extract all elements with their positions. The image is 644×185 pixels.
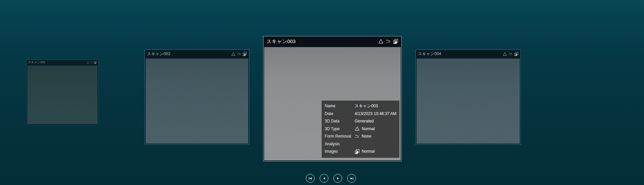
- form-removal-icon: [386, 39, 391, 44]
- 3d-type-triangle-icon: [231, 52, 236, 56]
- card-titlebar: スキャン004: [416, 50, 521, 58]
- info-label: Date: [325, 111, 355, 116]
- previous-button[interactable]: [320, 174, 328, 183]
- images-icon: [243, 52, 247, 56]
- triangle-icon: [355, 126, 360, 131]
- scan-thumbnail: [27, 66, 98, 124]
- info-value: None: [355, 134, 371, 139]
- info-label: 3D Type: [325, 126, 355, 131]
- scan-card-001[interactable]: スキャン001: [26, 60, 99, 125]
- 3d-type-triangle-icon: [86, 61, 90, 64]
- info-value: Normal: [355, 126, 375, 131]
- card-status-icons: [503, 52, 518, 56]
- card-status-icons: [231, 52, 247, 56]
- skip-to-first-button[interactable]: [306, 174, 315, 183]
- card-status-icons: [378, 39, 398, 44]
- form-removal-icon: [90, 61, 93, 64]
- info-label: Images: [325, 149, 355, 154]
- skip-to-last-icon: [350, 176, 354, 181]
- card-titlebar: スキャン001: [27, 60, 98, 65]
- info-row-3d-type: 3D Type Normal: [325, 125, 399, 133]
- scan-thumbnail: [146, 59, 248, 144]
- images-icon: [355, 149, 360, 154]
- card-title: スキャン001: [28, 60, 45, 65]
- card-title: スキャン002: [147, 51, 170, 57]
- info-row-form-removal: Form Removal None: [325, 133, 399, 140]
- scan-info-panel: Name スキャン003 Date 4/13/2023 10:46:37 AM …: [322, 101, 399, 158]
- next-button[interactable]: [333, 174, 342, 183]
- info-value: Generated: [355, 119, 374, 123]
- scan-carousel: スキャン001 スキャン002: [0, 0, 644, 185]
- next-icon: [336, 176, 340, 181]
- card-title: スキャン003: [266, 38, 295, 45]
- scan-thumbnail: [417, 59, 520, 144]
- info-label: Form Removal: [325, 134, 355, 139]
- card-titlebar: スキャン003: [263, 36, 401, 46]
- card-titlebar: スキャン002: [145, 50, 249, 58]
- info-row-3d-data: 3D Data Generated: [325, 117, 399, 125]
- form-removal-icon: [237, 52, 241, 56]
- card-status-icons: [86, 61, 97, 64]
- info-label: Name: [325, 104, 355, 108]
- images-icon: [514, 52, 518, 56]
- scan-card-003-focused[interactable]: スキャン003 Name スキャン003: [263, 36, 402, 161]
- 3d-type-triangle-icon: [378, 39, 384, 44]
- skip-to-first-icon: [308, 176, 313, 181]
- info-row-date: Date 4/13/2023 10:46:37 AM: [325, 110, 399, 118]
- form-removal-icon: [508, 52, 513, 56]
- info-value: Normal: [355, 149, 375, 154]
- scan-thumbnail: Name スキャン003 Date 4/13/2023 10:46:37 AM …: [264, 47, 401, 160]
- form-removal-icon: [355, 134, 360, 139]
- 3d-type-triangle-icon: [503, 52, 507, 56]
- images-icon: [393, 39, 398, 44]
- previous-icon: [322, 176, 326, 181]
- skip-to-last-button[interactable]: [347, 174, 356, 183]
- info-row-name: Name スキャン003: [325, 102, 399, 110]
- card-title: スキャン004: [418, 51, 441, 57]
- info-row-images: Images Normal: [325, 148, 399, 155]
- info-label: Analysis: [325, 142, 355, 146]
- info-value: 4/13/2023 10:46:37 AM: [355, 111, 396, 116]
- scan-card-004[interactable]: スキャン004: [416, 49, 521, 145]
- info-value: スキャン003: [355, 103, 378, 109]
- info-label: 3D Data: [325, 119, 355, 123]
- scan-card-002[interactable]: スキャン002: [145, 49, 249, 145]
- info-row-analysis: Analysis: [325, 140, 399, 148]
- images-icon: [94, 61, 97, 64]
